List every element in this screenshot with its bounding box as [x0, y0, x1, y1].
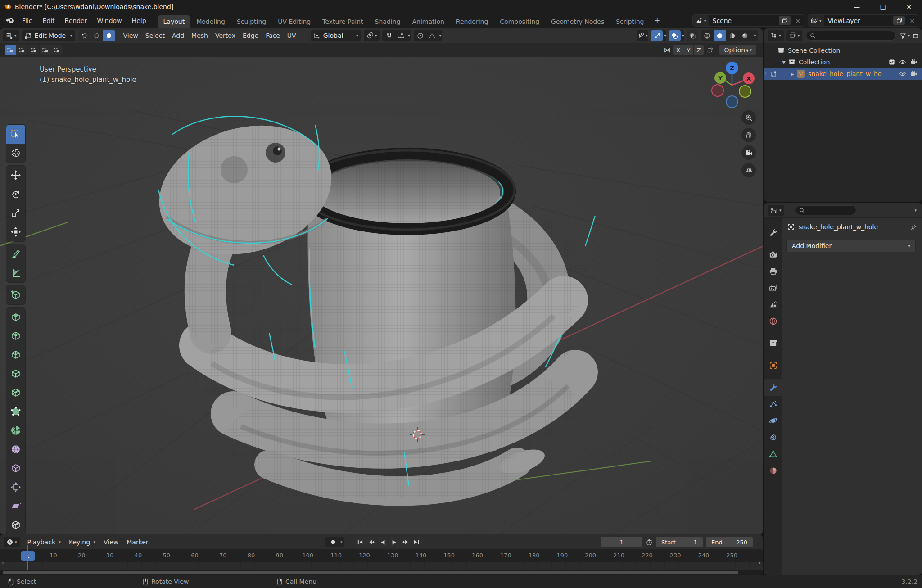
properties-tab-particles[interactable]: [764, 396, 782, 412]
menu-edit[interactable]: Edit: [37, 15, 59, 26]
select-option-subtract[interactable]: [28, 45, 39, 55]
disclosure-icon[interactable]: ▶: [790, 72, 795, 77]
properties-tab-material[interactable]: [764, 462, 782, 479]
properties-editor-type-button[interactable]: ▾: [768, 205, 784, 216]
timeline-menu-view[interactable]: View: [99, 537, 122, 547]
workspace-tab-animation[interactable]: Animation: [406, 15, 450, 28]
mode-dropdown[interactable]: Edit Mode ▾: [22, 30, 75, 41]
record-button[interactable]: [327, 537, 339, 547]
menu-render[interactable]: Render: [60, 15, 92, 26]
tool-extrude-region[interactable]: [6, 308, 25, 326]
properties-options-dropdown[interactable]: ▾: [914, 208, 917, 213]
maximize-button[interactable]: □: [870, 0, 896, 13]
outliner-row-collection[interactable]: ▼Collection: [764, 56, 922, 68]
timeline-menu-keying[interactable]: Keying ▾: [65, 537, 99, 547]
workspace-tab-modeling[interactable]: Modeling: [190, 15, 231, 28]
properties-tab-constraints[interactable]: [764, 429, 782, 446]
outliner-display-mode-button[interactable]: ▾: [786, 30, 803, 41]
pivot-dropdown[interactable]: ▾: [364, 30, 380, 41]
viewport-menu-view[interactable]: View: [120, 30, 142, 41]
camera-icon[interactable]: [910, 70, 917, 77]
select-option-new[interactable]: [5, 45, 16, 55]
properties-search-input[interactable]: [795, 205, 856, 215]
snap-toggle-button[interactable]: [383, 30, 395, 41]
tool-smooth[interactable]: [6, 440, 25, 459]
scene-name[interactable]: Scene: [709, 17, 779, 24]
region-toggle-icon[interactable]: ‹: [759, 560, 761, 566]
stopwatch-icon[interactable]: [646, 538, 653, 546]
viewport-menu-add[interactable]: Add: [168, 30, 188, 41]
jump-to-start-button[interactable]: [355, 537, 366, 547]
workspace-tab-texture-paint[interactable]: Texture Paint: [316, 15, 369, 28]
mirror-x-button[interactable]: X: [673, 45, 683, 55]
properties-tab-physics[interactable]: [764, 412, 782, 429]
remove-viewlayer-button[interactable]: ×: [906, 17, 918, 24]
select-option-extend[interactable]: [16, 45, 27, 55]
snake-model[interactable]: [135, 106, 630, 498]
viewport-menu-select[interactable]: Select: [142, 30, 168, 41]
viewport-canvas[interactable]: User Perspective (1) snake_hole_plant_w_…: [0, 57, 763, 534]
outliner-search-input[interactable]: [806, 31, 896, 41]
blender-app-icon[interactable]: [5, 18, 14, 24]
orientation-dropdown[interactable]: Global ▾: [311, 30, 361, 41]
outliner-item-label[interactable]: snake_hole_plant_w_ho: [808, 70, 882, 77]
tool-loop-cut[interactable]: [6, 364, 25, 383]
tool-measure[interactable]: [6, 263, 25, 282]
axis-gizmo[interactable]: Z Y X: [701, 55, 763, 121]
region-toggle-icon[interactable]: ‹: [764, 70, 767, 77]
workspace-tab-sculpting[interactable]: Sculpting: [231, 15, 272, 28]
properties-tab-output[interactable]: [764, 263, 782, 280]
rendered-shading-button[interactable]: [739, 30, 751, 41]
options-dropdown[interactable]: Options ▾: [719, 45, 756, 55]
add-modifier-button[interactable]: Add Modifier ▾: [786, 240, 916, 252]
pan-button[interactable]: [741, 128, 756, 142]
snap-base-icon[interactable]: [704, 45, 716, 55]
select-option-invert[interactable]: [40, 45, 51, 55]
solid-shading-button[interactable]: [714, 30, 726, 41]
tool-cursor[interactable]: [6, 144, 25, 163]
viewport-menu-uv[interactable]: UV: [284, 30, 300, 41]
timeline-menu-marker[interactable]: Marker: [122, 537, 152, 547]
workspace-tab-uv-editing[interactable]: UV Editing: [272, 15, 316, 28]
tool-add-cube[interactable]: [6, 285, 25, 304]
tool-rotate[interactable]: [6, 185, 25, 204]
camera-icon[interactable]: [910, 59, 917, 66]
properties-tab-collection[interactable]: [764, 335, 782, 352]
disclosure-icon[interactable]: ▼: [781, 60, 786, 65]
properties-tab-object[interactable]: [764, 357, 782, 374]
visibility-dropdown[interactable]: ▾: [637, 30, 649, 41]
vertex-select-button[interactable]: [79, 30, 90, 41]
wireframe-shading-button[interactable]: [701, 30, 713, 41]
start-frame-field[interactable]: Start 1: [656, 537, 703, 547]
tool-transform[interactable]: [6, 222, 25, 241]
outliner-item-label[interactable]: Scene Collection: [788, 47, 840, 54]
play-button[interactable]: [389, 537, 399, 547]
next-keyframe-button[interactable]: [400, 537, 411, 547]
mirror-y-button[interactable]: Y: [683, 45, 693, 55]
properties-tab-world[interactable]: [764, 313, 782, 330]
tool-inset-faces[interactable]: [6, 326, 25, 345]
properties-tab-object-data[interactable]: [764, 446, 782, 462]
tool-select-box[interactable]: [6, 125, 25, 144]
end-frame-field[interactable]: End 250: [706, 537, 753, 547]
proportional-edit-toggle[interactable]: [415, 30, 426, 41]
timeline-ruler[interactable]: 1 10203040506070809010011012013014015016…: [0, 550, 763, 562]
properties-tab-render[interactable]: [764, 246, 782, 263]
browse-scene-button[interactable]: ▾: [693, 15, 709, 26]
eye-icon[interactable]: [899, 70, 906, 77]
tool-shear[interactable]: [6, 497, 25, 516]
tool-bevel[interactable]: [6, 345, 25, 364]
material-preview-button[interactable]: [726, 30, 738, 41]
tool-edge-slide[interactable]: [6, 459, 25, 478]
minimize-button[interactable]: —: [844, 0, 870, 13]
current-frame-field[interactable]: 1: [601, 537, 642, 547]
viewport-menu-mesh[interactable]: Mesh: [188, 30, 212, 41]
previous-keyframe-button[interactable]: [366, 537, 377, 547]
scrollbar-handle[interactable]: [3, 571, 738, 574]
menu-window[interactable]: Window: [92, 15, 127, 26]
tool-move[interactable]: [6, 166, 25, 185]
checkbox-icon[interactable]: [889, 59, 895, 65]
mirror-z-button[interactable]: Z: [694, 45, 704, 55]
add-workspace-button[interactable]: +: [650, 15, 664, 27]
outliner-filter-button[interactable]: ▾: [899, 32, 910, 39]
